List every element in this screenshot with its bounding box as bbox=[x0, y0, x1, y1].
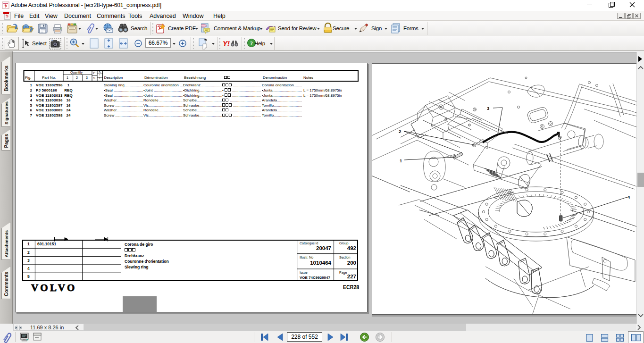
svg-text:2: 2 bbox=[399, 129, 401, 134]
svg-text:3: 3 bbox=[487, 106, 489, 111]
svg-text:1: 1 bbox=[400, 158, 402, 163]
svg-text:?: ? bbox=[250, 40, 253, 47]
svg-text:4: 4 bbox=[627, 194, 630, 200]
